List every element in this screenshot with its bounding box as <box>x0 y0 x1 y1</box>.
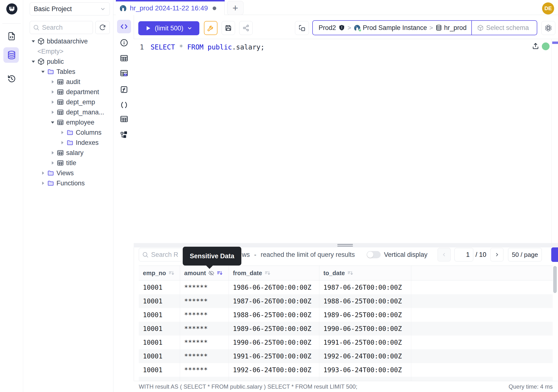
chevron-down-icon[interactable] <box>49 120 57 125</box>
schema-diagram-icon[interactable] <box>120 130 129 139</box>
cube-icon <box>477 25 484 31</box>
folder-icon <box>47 169 54 177</box>
chevron-right-icon[interactable] <box>49 160 57 165</box>
info-icon[interactable] <box>120 38 129 47</box>
chevron-right-icon[interactable] <box>39 171 47 175</box>
chevron-right-icon[interactable] <box>49 79 57 84</box>
chevron-right-icon[interactable] <box>39 181 47 186</box>
tree-item-label: Columns <box>76 129 102 136</box>
bytebase-logo-icon[interactable] <box>6 3 18 15</box>
tree-item-bbdataarchive[interactable]: bbdataarchive <box>23 36 113 46</box>
tree-item-dept-emp[interactable]: dept_emp <box>23 97 113 107</box>
project-select[interactable]: Basic Project <box>30 2 110 16</box>
chevron-right-icon[interactable] <box>49 150 57 155</box>
tree-item-functions[interactable]: Functions <box>23 178 113 188</box>
table-row[interactable]: 10001******1990-06-25T00:00:00Z1991-06-2… <box>139 336 553 349</box>
table-row[interactable]: 10001******1987-06-26T00:00:00Z1988-06-2… <box>139 294 553 308</box>
table-row[interactable]: 10001******1991-06-25T00:00:00Z1992-06-2… <box>139 349 553 363</box>
tree-item-salary[interactable]: salary <box>23 148 113 158</box>
chevron-right-icon[interactable] <box>49 100 57 105</box>
export-button[interactable] <box>551 247 558 262</box>
tree-item-empty[interactable]: <Empty> <box>23 46 113 56</box>
column-header-from-date[interactable]: from_date <box>229 266 319 280</box>
table-row[interactable]: 10001******1988-06-25T00:00:00Z1989-06-2… <box>139 308 553 322</box>
history-icon[interactable] <box>7 74 17 84</box>
tree-item-employee[interactable]: employee <box>23 117 113 127</box>
code-icon[interactable] <box>119 21 129 32</box>
new-tab-button[interactable]: + <box>227 1 244 15</box>
column-header-amount[interactable]: amount <box>180 266 229 280</box>
openai-icon <box>544 24 552 32</box>
table-panel-icon[interactable] <box>120 53 129 63</box>
table-row[interactable]: 10001******1993-06-24T00:00:00Z1994-06-2… <box>139 377 553 381</box>
save-button[interactable] <box>222 21 235 35</box>
tab-unsaved-dot <box>213 7 216 10</box>
schema-cube-icon <box>37 38 45 45</box>
tree-item-views[interactable]: Views <box>23 168 113 178</box>
table-cell: 1986-06-26T00:00:00Z <box>229 280 319 294</box>
grid-icon[interactable] <box>120 114 129 124</box>
sort-icon[interactable] <box>264 270 270 276</box>
sort-icon[interactable] <box>347 270 353 276</box>
tree-item-public[interactable]: public <box>23 56 113 67</box>
table-cell: 1993-06-24T00:00:00Z <box>229 377 319 381</box>
chevron-down-icon <box>100 6 106 12</box>
tab-active[interactable]: hr_prod 2024-11-22 16:49 <box>116 0 225 15</box>
ai-assistant-button[interactable] <box>541 21 555 35</box>
table-scrollbar-thumb[interactable] <box>553 266 557 293</box>
chevron-down-icon[interactable] <box>29 59 37 64</box>
column-header-to-date[interactable]: to_date <box>319 266 411 280</box>
table-cell-filler <box>411 322 553 336</box>
user-avatar[interactable]: DE <box>542 2 554 15</box>
environment-label: Prod2 <box>319 24 336 32</box>
batch-query-button[interactable] <box>295 21 309 35</box>
sql-editor-pane[interactable]: 1 SELECT * FROM public.salary; <box>134 39 558 243</box>
table-row[interactable]: 10001******1992-06-24T00:00:00Z1993-06-2… <box>139 363 553 377</box>
share-button[interactable] <box>239 21 253 35</box>
sidebar: Basic Project Search bbdataarchive<Empty… <box>23 0 113 392</box>
chevron-right-icon[interactable] <box>58 140 66 145</box>
table-icon <box>57 159 64 166</box>
vertical-display-toggle[interactable] <box>366 251 381 258</box>
table-cell: ****** <box>180 322 229 336</box>
chevron-right-icon[interactable] <box>49 89 57 94</box>
upload-icon[interactable] <box>531 42 540 51</box>
chevron-right-icon[interactable] <box>49 110 57 115</box>
format-sql-button[interactable] <box>204 21 218 35</box>
table-row[interactable]: 10001******1989-06-25T00:00:00Z1990-06-2… <box>139 322 553 336</box>
editor-scrollbar-thumb[interactable] <box>552 42 558 44</box>
masked-table-icon[interactable] <box>120 69 129 78</box>
table-cell-filler <box>411 294 553 308</box>
tree-item-title[interactable]: title <box>23 158 113 168</box>
tree-item-tables[interactable]: Tables <box>23 67 113 77</box>
tree-item-indexes[interactable]: Indexes <box>23 138 113 148</box>
code-token-operator: * <box>179 43 187 51</box>
worksheet-icon[interactable] <box>7 31 17 41</box>
page-number-input[interactable]: 1 <box>454 248 473 261</box>
connection-breadcrumb[interactable]: Prod2 > Prod Sample Instance > hr_prod S… <box>312 20 537 35</box>
tree-item-columns[interactable]: Columns <box>23 127 113 138</box>
save-icon <box>225 24 232 32</box>
sidebar-search-input[interactable]: Search <box>30 21 93 34</box>
splitter-handle-icon[interactable] <box>337 244 353 246</box>
run-query-button[interactable]: (limit 500) <box>138 21 199 35</box>
refresh-button[interactable] <box>95 21 110 34</box>
database-icon[interactable] <box>7 50 17 60</box>
table-cell: ****** <box>180 349 229 363</box>
page-size-select[interactable]: 50 / page <box>508 248 542 261</box>
schema-select[interactable]: Select schema <box>471 21 537 35</box>
chevron-down-icon[interactable] <box>39 69 47 74</box>
prev-page-button[interactable] <box>437 248 451 261</box>
chevron-down-icon[interactable] <box>29 39 37 44</box>
tree-item-department[interactable]: department <box>23 87 113 97</box>
table-row[interactable]: 10001******1986-06-26T00:00:00Z1987-06-2… <box>139 280 553 294</box>
next-page-button[interactable] <box>490 248 504 261</box>
sort-icon[interactable] <box>168 270 174 276</box>
sort-icon-active[interactable] <box>217 270 223 276</box>
parentheses-icon[interactable] <box>120 100 129 110</box>
tree-item-audit[interactable]: audit <box>23 77 113 87</box>
tree-item-dept-mana[interactable]: dept_mana... <box>23 107 113 117</box>
function-icon[interactable] <box>120 85 129 94</box>
column-header-emp-no[interactable]: emp_no <box>139 266 180 280</box>
chevron-right-icon[interactable] <box>58 130 66 135</box>
